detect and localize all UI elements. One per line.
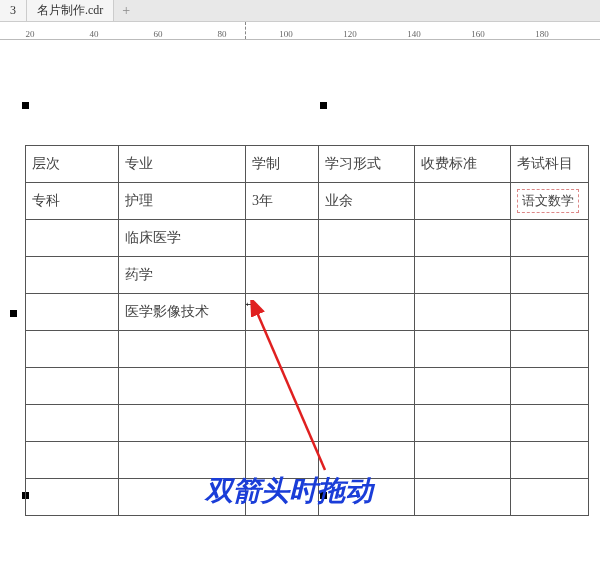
ruler-mark: 140 [407,29,421,39]
table-cell[interactable] [26,257,119,294]
table-cell[interactable] [415,405,511,442]
table-cell[interactable] [26,331,119,368]
table-cell[interactable] [246,405,319,442]
resize-cursor-icon: ↔ [243,296,256,312]
header-cell[interactable]: 专业 [119,146,246,183]
table-cell[interactable] [26,368,119,405]
table-cell[interactable] [246,368,319,405]
tab-partial[interactable]: 3 [0,0,27,21]
table-row: 药学 [26,257,589,294]
header-cell[interactable]: 收费标准 [415,146,511,183]
table-cell[interactable] [26,294,119,331]
table-row: 临床医学 [26,220,589,257]
ruler-mark: 100 [279,29,293,39]
table-cell[interactable] [26,220,119,257]
table-cell[interactable] [415,479,511,516]
table-cell[interactable]: 3年 [246,183,319,220]
horizontal-ruler[interactable]: 20 40 60 80 100 120 140 160 180 [0,22,600,40]
ruler-guide[interactable] [245,22,246,39]
table-cell[interactable] [319,405,415,442]
tab-bar: 3 名片制作.cdr + [0,0,600,22]
ruler-mark: 180 [535,29,549,39]
ruler-mark: 60 [154,29,163,39]
table-header-row: 层次 专业 学制 学习形式 收费标准 考试科目 [26,146,589,183]
table-cell[interactable] [26,479,119,516]
table-cell[interactable]: 专科 [26,183,119,220]
table-cell[interactable] [415,442,511,479]
data-table[interactable]: 层次 专业 学制 学习形式 收费标准 考试科目 专科 护理 3年 业余 语文数学… [25,145,589,516]
table-cell[interactable]: 语文数学 [511,183,589,220]
table-cell[interactable] [26,442,119,479]
tab-active[interactable]: 名片制作.cdr [27,0,114,21]
table-cell[interactable] [415,183,511,220]
ruler-mark: 120 [343,29,357,39]
table-cell[interactable] [119,368,246,405]
tab-add-icon[interactable]: + [114,0,138,22]
table-row [26,331,589,368]
table-cell[interactable] [246,331,319,368]
table-cell[interactable] [511,405,589,442]
table-cell[interactable] [511,368,589,405]
table-cell[interactable] [415,331,511,368]
table-cell[interactable] [415,294,511,331]
table-cell[interactable] [119,331,246,368]
table-cell[interactable]: 临床医学 [119,220,246,257]
header-cell[interactable]: 学制 [246,146,319,183]
header-cell[interactable]: 学习形式 [319,146,415,183]
table-cell[interactable] [246,220,319,257]
table-cell[interactable] [511,442,589,479]
table-cell[interactable] [511,479,589,516]
table-cell[interactable] [511,294,589,331]
annotation-text: 双箭头时拖动 [205,472,373,510]
table-cell[interactable] [319,331,415,368]
ruler-mark: 160 [471,29,485,39]
table-cell[interactable] [415,257,511,294]
canvas-area[interactable]: 层次 专业 学制 学习形式 收费标准 考试科目 专科 护理 3年 业余 语文数学… [0,40,600,568]
table-row: 专科 护理 3年 业余 语文数学 [26,183,589,220]
table-row: 医学影像技术 [26,294,589,331]
ruler-mark: 80 [218,29,227,39]
table-cell[interactable]: 护理 [119,183,246,220]
table-cell[interactable] [319,294,415,331]
header-cell[interactable]: 层次 [26,146,119,183]
table-row [26,405,589,442]
table-cell[interactable]: 医学影像技术 [119,294,246,331]
editing-cell: 语文数学 [517,189,579,213]
table-cell[interactable] [26,405,119,442]
table-cell[interactable] [511,331,589,368]
table-cell[interactable] [319,257,415,294]
ruler-mark: 40 [90,29,99,39]
selection-handle-tl[interactable] [22,102,29,109]
selection-handle-tc[interactable] [320,102,327,109]
table-cell[interactable] [319,220,415,257]
table-cell[interactable]: 药学 [119,257,246,294]
table-cell[interactable] [246,294,319,331]
selection-handle-ml[interactable] [10,310,17,317]
table-cell[interactable] [246,257,319,294]
table-cell[interactable] [415,220,511,257]
table-cell[interactable] [119,405,246,442]
table-cell[interactable] [415,368,511,405]
table-cell[interactable] [511,257,589,294]
table-cell[interactable] [511,220,589,257]
table-cell[interactable]: 业余 [319,183,415,220]
table-cell[interactable] [319,368,415,405]
table-row [26,368,589,405]
header-cell[interactable]: 考试科目 [511,146,589,183]
ruler-mark: 20 [26,29,35,39]
